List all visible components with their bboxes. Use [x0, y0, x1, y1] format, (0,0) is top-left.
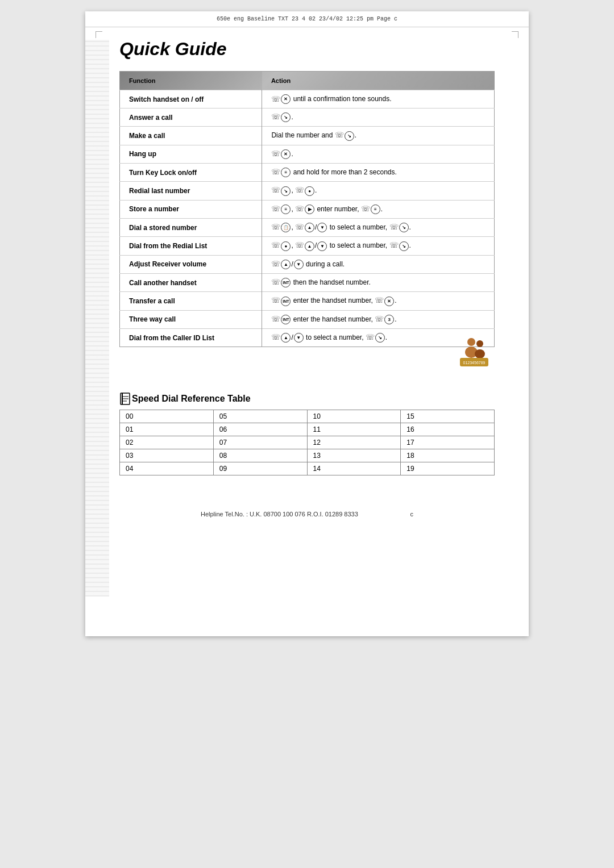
action-text: then the handset number. [293, 278, 371, 286]
speed-dial-cell: 02 [120, 436, 214, 449]
row-action: ☏≡ and hold for more than 2 seconds. [262, 163, 495, 181]
up-button: ▲ [281, 333, 291, 343]
handset-sym: ☏ [271, 205, 280, 213]
svg-point-0 [467, 338, 475, 346]
guide-table: Function Action Switch handset on / off … [119, 71, 495, 347]
x-button: ✕ [281, 149, 291, 159]
action-text: . [315, 186, 317, 194]
left-margin-decoration [85, 40, 109, 596]
top-bar-text: 650e eng Baseline TXT 23 4 02 23/4/02 12… [217, 16, 397, 22]
speed-dial-title: Speed Dial Reference Table [132, 394, 251, 404]
up-button: ▲ [305, 241, 314, 251]
table-row: Hang up ☏✕. [120, 145, 495, 163]
action-text-end: . [409, 241, 411, 249]
header-function: Function [120, 72, 262, 90]
down-button: ▼ [317, 241, 327, 251]
speed-dial-cell: 18 [401, 449, 495, 462]
menu-button2: ≡ [371, 205, 380, 214]
speed-dial-cell: 15 [401, 410, 495, 423]
speed-dial-header: Speed Dial Reference Table [119, 393, 495, 405]
crop-mark-tr [512, 31, 518, 38]
footer-text: Helpline Tel.No. : U.K. 08700 100 076 R.… [201, 511, 358, 518]
table-row: Answer a call ☏↘. [120, 108, 495, 127]
action-icons: ☏✕ [271, 94, 291, 104]
book-button: 📋 [281, 223, 291, 232]
row-action: ☏↘. [262, 108, 495, 127]
page-title: Quick Guide [119, 39, 495, 60]
action-text: to select a number, [306, 333, 366, 341]
action-text-end: . [381, 205, 383, 213]
handset-sym2: ☏ [366, 333, 375, 341]
row-action: ☏INT enter the handset number, ☏3. [262, 310, 495, 328]
page: 650e eng Baseline TXT 23 4 02 23/4/02 12… [85, 11, 529, 636]
table-row: Dial from the Redial List ☏●, ☏▲/▼ to se… [120, 237, 495, 255]
action-text: and hold for more than 2 seconds. [293, 168, 397, 176]
row-function: Hang up [120, 145, 262, 163]
speed-dial-cell: 05 [213, 410, 307, 423]
action-text-end: . [385, 333, 387, 341]
action-text: to select a number, [330, 241, 389, 249]
svg-point-2 [476, 340, 483, 347]
row-action: ☏≡, ☏▶ enter number, ☏≡. [262, 200, 495, 218]
handset-sym3: ☏ [389, 241, 399, 249]
handset-sym: ☏ [271, 241, 280, 249]
handset-sym: ☏ [335, 131, 344, 139]
top-bar: 650e eng Baseline TXT 23 4 02 23/4/02 12… [85, 11, 529, 27]
hook-button: ↘ [281, 186, 291, 196]
row-function-caller-id: Dial from the Caller ID List [120, 328, 262, 347]
row-function: Three way call [120, 310, 262, 328]
svg-text:0123456789: 0123456789 [463, 361, 486, 365]
action-text-end: . [355, 131, 356, 139]
action-text: . [291, 113, 293, 121]
x-button: ✕ [281, 94, 291, 104]
speed-dial-row: 00051015 [120, 410, 495, 423]
action-text: Dial the number and [271, 131, 334, 139]
three-button: 3 [384, 315, 394, 324]
row-action: ☏↘, ☏●. [262, 182, 495, 200]
table-row-caller-id: Dial from the Caller ID List ☏▲/▼ to sel… [120, 328, 495, 347]
table-row: Call another handset ☏INT then the hands… [120, 273, 495, 291]
svg-point-3 [475, 349, 485, 358]
int-button: INT [281, 315, 291, 324]
handset-sym: ☏ [271, 186, 280, 194]
row-function: Dial a stored number [120, 218, 262, 236]
table-row: Transfer a call ☏INT enter the handset n… [120, 292, 495, 310]
speed-dial-cell: 12 [307, 436, 401, 449]
handset-sym3: ☏ [361, 205, 370, 213]
handset-sym2: ☏ [375, 315, 384, 323]
hook-button: ↘ [281, 112, 291, 122]
dot-button: ● [281, 241, 291, 251]
table-row: Dial a stored number ☏📋, ☏▲/▼ to select … [120, 218, 495, 236]
action-text-end: . [395, 315, 396, 323]
row-function: Answer a call [120, 108, 262, 127]
hook-button: ↘ [399, 241, 409, 251]
row-function: Redial last number [120, 182, 262, 200]
speed-dial-cell: 04 [120, 462, 214, 475]
right-button: ▶ [305, 205, 314, 214]
action-text: enter number, [317, 205, 360, 213]
speed-dial-cell: 19 [401, 462, 495, 475]
handset-sym: ☏ [271, 168, 280, 176]
action-text: enter the handset number, [293, 315, 375, 323]
handset-sym2: ☏ [295, 205, 304, 213]
action-text-end: . [395, 297, 396, 304]
speed-dial-cell: 00 [120, 410, 214, 423]
down-button: ▼ [317, 223, 327, 232]
table-row: Store a number ☏≡, ☏▶ enter number, ☏≡. [120, 200, 495, 218]
row-function: Switch handset on / off [120, 90, 262, 108]
handset-sym: ☏ [271, 223, 280, 231]
speed-dial-table: 0005101501061116020712170308131804091419 [119, 410, 495, 475]
handset-sym2: ☏ [295, 241, 304, 249]
footer: Helpline Tel.No. : U.K. 08700 100 076 R.… [85, 504, 529, 524]
table-row: Adjust Receiver volume ☏▲/▼ during a cal… [120, 255, 495, 273]
row-action: ☏INT then the handset number. [262, 273, 495, 291]
row-action: ☏●, ☏▲/▼ to select a number, ☏↘. [262, 237, 495, 255]
row-action: ☏INT enter the handset number, ☏✕. [262, 292, 495, 310]
crop-mark-tl [96, 31, 102, 38]
row-function: Adjust Receiver volume [120, 255, 262, 273]
menu-button: ≡ [281, 205, 291, 214]
table-row: Switch handset on / off ☏✕ until a confi… [120, 90, 495, 108]
row-function: Store a number [120, 200, 262, 218]
action-text-end: . [409, 223, 411, 231]
row-action: ☏✕ until a confirmation tone sounds. [262, 90, 495, 108]
